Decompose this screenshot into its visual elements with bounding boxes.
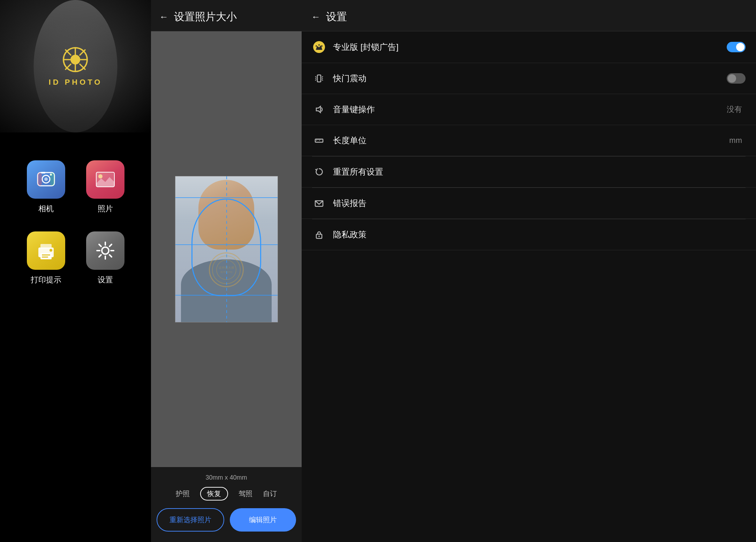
settings-item-volume[interactable]: 音量键操作 没有: [302, 94, 756, 125]
svg-point-24: [50, 249, 52, 252]
svg-line-44: [315, 79, 316, 81]
svg-line-42: [315, 76, 316, 77]
svg-point-39: [318, 44, 320, 46]
right-back-button[interactable]: ←: [311, 12, 320, 22]
svg-rect-15: [38, 173, 42, 186]
svg-text:证件照大师: 证件照大师: [219, 266, 234, 269]
svg-point-18: [98, 174, 103, 178]
settings-app-item[interactable]: 设置: [86, 231, 124, 285]
middle-title: 设置照片大小: [174, 10, 237, 24]
photo-app-item[interactable]: 照片: [86, 160, 124, 214]
settings-privacy-label: 隐私政策: [333, 229, 746, 240]
settings-volume-label: 音量键操作: [333, 104, 727, 115]
svg-marker-48: [316, 106, 320, 113]
camera-icon-box[interactable]: [27, 160, 65, 199]
unit-icon: [312, 136, 326, 145]
logo-container: ID PHOTO: [49, 46, 103, 87]
settings-icon: [95, 240, 116, 261]
settings-shutter-label: 快门震动: [333, 73, 727, 84]
volume-svg: [314, 105, 324, 114]
settings-pro-label: 专业版 [封锁广告]: [333, 41, 727, 53]
svg-point-25: [102, 247, 109, 254]
tab-custom[interactable]: 自订: [263, 489, 277, 498]
svg-line-47: [322, 79, 323, 81]
svg-line-45: [322, 76, 323, 77]
crown-icon: [312, 41, 326, 53]
middle-bottom: 30mm x 40mm 护照 恢复 驾照 自订 重新选择照片 编辑照片: [151, 467, 302, 542]
svg-line-30: [99, 244, 101, 246]
svg-point-38: [316, 45, 317, 47]
app-icons-grid: 相机 照片: [13, 160, 138, 285]
reselect-photo-button[interactable]: 重新选择照片: [157, 508, 224, 532]
svg-line-32: [109, 244, 112, 246]
svg-rect-21: [40, 253, 52, 259]
error-icon: [312, 198, 326, 208]
pro-toggle[interactable]: [727, 42, 746, 52]
middle-header: ← 设置照片大小: [151, 0, 302, 31]
bottom-buttons: 重新选择照片 编辑照片: [157, 508, 296, 532]
photo-card: 证件照大师 ID PHOTO: [175, 176, 278, 322]
print-icon: [36, 241, 56, 260]
shutter-toggle[interactable]: [727, 73, 746, 84]
settings-icon-box[interactable]: [86, 231, 124, 270]
photo-tabs: 护照 恢复 驾照 自订: [157, 487, 296, 501]
photo-label: 照片: [98, 204, 113, 214]
camera-label: 相机: [38, 204, 54, 214]
settings-list: 专业版 [封锁广告] 快门震动: [302, 31, 756, 542]
settings-item-unit[interactable]: 长度单位 mm: [302, 125, 756, 156]
watermark: 证件照大师 ID PHOTO: [209, 252, 244, 287]
svg-rect-23: [42, 257, 48, 258]
svg-rect-20: [40, 244, 52, 249]
settings-reset-label: 重置所有设置: [333, 166, 746, 177]
svg-rect-16: [50, 173, 54, 186]
hero-section: ID PHOTO: [0, 0, 151, 132]
shutter-icon: [312, 74, 326, 83]
print-label: 打印提示: [31, 275, 61, 285]
right-header: ← 设置: [302, 0, 756, 31]
settings-volume-value: 没有: [727, 104, 742, 115]
logo-text: ID PHOTO: [49, 78, 103, 87]
guide-line-vertical: [226, 176, 227, 322]
svg-rect-14: [41, 172, 45, 174]
reset-icon: [312, 167, 326, 177]
settings-unit-value: mm: [729, 136, 742, 145]
print-app-item[interactable]: 打印提示: [27, 231, 65, 285]
settings-unit-label: 长度单位: [333, 135, 729, 146]
mail-icon: [314, 198, 324, 208]
svg-text:ID PHOTO: ID PHOTO: [220, 271, 232, 273]
photo-preview-area: 证件照大师 ID PHOTO: [151, 31, 302, 467]
svg-line-31: [109, 255, 112, 257]
settings-item-reset[interactable]: 重置所有设置: [302, 157, 756, 188]
svg-rect-22: [42, 254, 50, 255]
settings-label: 设置: [98, 275, 113, 285]
svg-rect-41: [317, 75, 321, 82]
middle-back-button[interactable]: ←: [159, 12, 168, 22]
right-panel: ← 设置 专业版 [封锁广告]: [302, 0, 756, 542]
logo-icon: [61, 46, 89, 74]
settings-item-privacy[interactable]: 隐私政策: [302, 219, 756, 250]
svg-point-56: [318, 236, 320, 237]
photo-size-info: 30mm x 40mm: [157, 474, 296, 481]
svg-point-40: [321, 45, 323, 47]
settings-item-error[interactable]: 错误报告: [302, 188, 756, 219]
lock-icon: [314, 230, 324, 239]
settings-item-pro[interactable]: 专业版 [封锁广告]: [302, 31, 756, 63]
reset-svg: [314, 167, 324, 177]
volume-icon: [312, 105, 326, 114]
photo-icon-box[interactable]: [86, 160, 124, 199]
svg-point-1: [70, 55, 80, 64]
tab-passport[interactable]: 护照: [176, 489, 190, 498]
edit-photo-button[interactable]: 编辑照片: [230, 508, 296, 532]
middle-panel: ← 设置照片大小 证件照: [151, 0, 302, 542]
camera-app-item[interactable]: 相机: [27, 160, 65, 214]
vibrate-icon: [314, 74, 324, 83]
print-icon-box[interactable]: [27, 231, 65, 270]
ruler-icon: [314, 136, 324, 145]
tab-restore[interactable]: 恢复: [200, 487, 228, 501]
privacy-icon: [312, 230, 326, 239]
tab-license[interactable]: 驾照: [239, 489, 252, 498]
left-panel: ID PHOTO 相机: [0, 0, 151, 542]
settings-item-shutter[interactable]: 快门震动: [302, 63, 756, 94]
svg-line-33: [99, 255, 101, 257]
settings-error-label: 错误报告: [333, 198, 746, 209]
